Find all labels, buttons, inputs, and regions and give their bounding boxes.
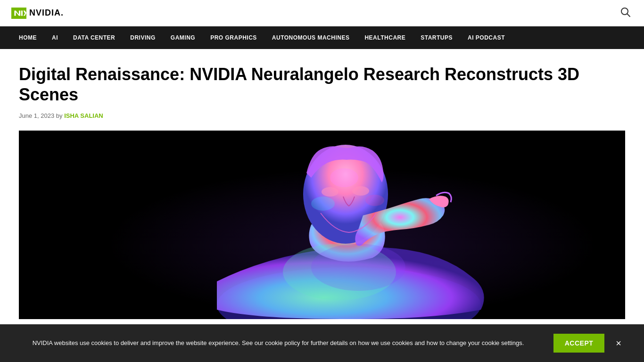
svg-point-13	[311, 244, 405, 291]
nav-item-ai-podcast[interactable]: AI PODCAST	[460, 26, 512, 49]
article-date: June 1, 2023	[19, 112, 56, 119]
nav-item-driving[interactable]: DRIVING	[123, 26, 163, 49]
svg-point-10	[365, 195, 384, 206]
svg-point-9	[311, 197, 335, 211]
site-header: NVIDIA.	[0, 0, 644, 26]
nav-item-pro-graphics[interactable]: PRO GRAPHICS	[203, 26, 264, 49]
nvidia-logo-icon	[11, 8, 26, 19]
search-icon	[620, 7, 631, 17]
hero-statue-svg	[19, 131, 625, 319]
author-link[interactable]: ISHA SALIAN	[64, 112, 103, 119]
main-content: Digital Renaissance: NVIDIA Neuralangelo…	[0, 49, 644, 319]
main-navigation: HOME AI DATA CENTER DRIVING GAMING PRO G…	[0, 26, 644, 49]
article-by: by	[56, 112, 64, 119]
accept-cookies-button[interactable]: ACCEPT	[553, 334, 605, 353]
nav-item-healthcare[interactable]: HEALTHCARE	[357, 26, 413, 49]
nav-item-home[interactable]: HOME	[11, 26, 44, 49]
svg-point-8	[352, 186, 369, 196]
nav-item-gaming[interactable]: GAMING	[163, 26, 203, 49]
search-button[interactable]	[619, 5, 633, 21]
svg-point-7	[322, 187, 339, 197]
article-hero-image	[19, 131, 625, 319]
nvidia-logo[interactable]: NVIDIA.	[11, 8, 64, 19]
cookie-actions: ACCEPT ×	[553, 334, 625, 353]
cookie-text: NVIDIA websites use cookies to deliver a…	[19, 338, 537, 348]
logo-area[interactable]: NVIDIA.	[11, 8, 64, 19]
close-cookie-banner-button[interactable]: ×	[612, 337, 625, 350]
nav-item-ai[interactable]: AI	[44, 26, 66, 49]
nav-item-data-center[interactable]: DATA CENTER	[66, 26, 123, 49]
nvidia-wordmark: NVIDIA.	[29, 8, 64, 18]
svg-line-2	[627, 14, 630, 17]
nav-item-startups[interactable]: STARTUPS	[413, 26, 460, 49]
article-meta: June 1, 2023 by ISHA SALIAN	[19, 112, 625, 119]
cookie-message: NVIDIA websites use cookies to deliver a…	[33, 339, 524, 346]
article-title: Digital Renaissance: NVIDIA Neuralangelo…	[19, 64, 622, 105]
cookie-banner: NVIDIA websites use cookies to deliver a…	[0, 324, 644, 362]
svg-point-11	[330, 168, 358, 187]
nav-item-autonomous-machines[interactable]: AUTONOMOUS MACHINES	[264, 26, 357, 49]
